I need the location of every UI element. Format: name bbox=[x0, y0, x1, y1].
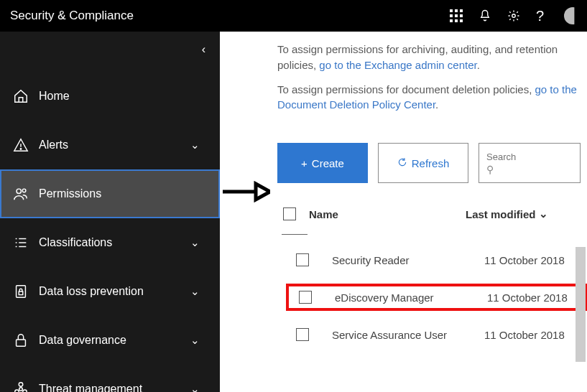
sidebar-item-permissions[interactable]: Permissions bbox=[0, 169, 220, 218]
chevron-down-icon: ⌄ bbox=[190, 285, 200, 298]
table-divider bbox=[282, 234, 308, 235]
refresh-button[interactable]: Refresh bbox=[378, 143, 468, 183]
row-name: Security Reader bbox=[332, 254, 461, 266]
svg-point-24 bbox=[19, 383, 23, 387]
sidebar-item-label: Data loss prevention bbox=[39, 285, 144, 298]
sidebar: ‹ Home Alerts ⌄ Permissions Classificati… bbox=[0, 32, 220, 392]
column-header-name[interactable]: Name bbox=[309, 208, 453, 220]
sidebar-item-home[interactable]: Home bbox=[0, 72, 220, 121]
main-content: To assign permissions for archiving, aud… bbox=[220, 32, 587, 392]
sidebar-item-classifications[interactable]: Classifications ⌄ bbox=[0, 218, 220, 267]
svg-rect-5 bbox=[460, 14, 463, 17]
help-icon[interactable]: ? bbox=[536, 8, 544, 24]
create-button[interactable]: + Create bbox=[277, 143, 368, 183]
lock-icon bbox=[13, 332, 29, 348]
row-name: Service Assurance User bbox=[332, 329, 461, 341]
refresh-icon bbox=[397, 157, 407, 169]
chevron-down-icon: ⌄ bbox=[190, 334, 200, 347]
top-bar-icons: ? bbox=[450, 7, 577, 24]
sidebar-item-label: Alerts bbox=[39, 139, 68, 151]
search-input[interactable] bbox=[486, 151, 573, 162]
svg-rect-6 bbox=[450, 19, 453, 22]
list-icon bbox=[13, 235, 29, 251]
nav-list: Home Alerts ⌄ Permissions Classification… bbox=[0, 72, 220, 392]
table-row[interactable]: Security Reader 11 October 2018 bbox=[283, 246, 587, 274]
table-header: Name Last modified ⌄ bbox=[283, 207, 587, 228]
table-row[interactable]: Service Assurance User 11 October 2018 bbox=[283, 321, 587, 348]
avatar[interactable] bbox=[564, 7, 581, 24]
sidebar-item-label: Classifications bbox=[39, 236, 112, 249]
intro-text-1: To assign permissions for archiving, aud… bbox=[220, 42, 587, 73]
column-header-modified-label: Last modified bbox=[466, 208, 536, 220]
column-header-modified[interactable]: Last modified ⌄ bbox=[466, 207, 548, 220]
svg-point-12 bbox=[17, 189, 21, 193]
intro-prefix-2: To assign permissions for document delet… bbox=[277, 83, 535, 95]
waffle-icon[interactable] bbox=[450, 9, 463, 22]
sidebar-item-threat[interactable]: Threat management ⌄ bbox=[0, 365, 220, 392]
search-box[interactable]: ⚲ bbox=[479, 143, 581, 183]
exchange-admin-link[interactable]: go to the Exchange admin center bbox=[319, 59, 476, 71]
sidebar-item-label: Data governance bbox=[39, 334, 126, 347]
sidebar-item-alerts[interactable]: Alerts ⌄ bbox=[0, 121, 220, 169]
svg-rect-3 bbox=[450, 14, 453, 17]
svg-rect-22 bbox=[17, 340, 26, 346]
chevron-down-icon: ⌄ bbox=[190, 139, 200, 151]
lock-doc-icon bbox=[13, 284, 29, 299]
people-icon bbox=[13, 186, 29, 202]
chevron-down-icon: ⌄ bbox=[539, 207, 548, 220]
sidebar-item-dlp[interactable]: Data loss prevention ⌄ bbox=[0, 267, 220, 316]
row-name: eDiscovery Manager bbox=[335, 291, 464, 304]
create-button-label: Create bbox=[312, 157, 344, 169]
row-modified: 11 October 2018 bbox=[487, 291, 568, 304]
svg-point-23 bbox=[19, 388, 23, 391]
svg-rect-1 bbox=[455, 9, 458, 12]
plus-icon: + bbox=[301, 157, 308, 169]
scrollbar-thumb[interactable] bbox=[576, 247, 586, 362]
top-bar: Security & Compliance ? bbox=[0, 0, 587, 32]
gear-icon[interactable] bbox=[507, 9, 520, 22]
refresh-button-label: Refresh bbox=[412, 157, 450, 169]
svg-point-9 bbox=[512, 14, 516, 18]
roles-table: Name Last modified ⌄ Security Reader 11 … bbox=[283, 207, 587, 348]
action-row: + Create Refresh ⚲ bbox=[277, 143, 587, 183]
svg-rect-4 bbox=[455, 14, 458, 17]
sidebar-item-data-governance[interactable]: Data governance ⌄ bbox=[0, 316, 220, 365]
svg-rect-2 bbox=[460, 9, 463, 12]
svg-rect-21 bbox=[19, 291, 23, 295]
bell-icon[interactable] bbox=[479, 9, 491, 22]
row-modified: 11 October 2018 bbox=[484, 329, 565, 341]
chevron-down-icon: ⌄ bbox=[190, 383, 200, 392]
svg-rect-7 bbox=[455, 19, 458, 22]
row-checkbox[interactable] bbox=[296, 328, 309, 341]
row-checkbox[interactable] bbox=[296, 253, 309, 266]
svg-rect-0 bbox=[450, 9, 453, 12]
intro-text-2: To assign permissions for document delet… bbox=[220, 82, 587, 113]
home-icon bbox=[13, 88, 29, 104]
app-title: Security & Compliance bbox=[10, 9, 134, 23]
sidebar-item-label: Threat management bbox=[39, 383, 142, 392]
search-icon: ⚲ bbox=[486, 164, 573, 175]
collapse-chevron-icon[interactable]: ‹ bbox=[202, 43, 205, 56]
svg-point-13 bbox=[22, 189, 26, 192]
row-modified: 11 October 2018 bbox=[484, 254, 565, 266]
svg-rect-8 bbox=[460, 19, 463, 22]
chevron-down-icon: ⌄ bbox=[190, 236, 200, 249]
row-checkbox[interactable] bbox=[299, 291, 312, 304]
select-all-checkbox[interactable] bbox=[283, 207, 296, 220]
sidebar-item-label: Permissions bbox=[39, 187, 101, 200]
svg-point-11 bbox=[20, 149, 21, 149]
biohazard-icon bbox=[13, 381, 29, 392]
sidebar-item-label: Home bbox=[39, 90, 70, 103]
table-row-highlighted[interactable]: eDiscovery Manager 11 October 2018 bbox=[286, 284, 587, 311]
alert-icon bbox=[13, 137, 29, 153]
